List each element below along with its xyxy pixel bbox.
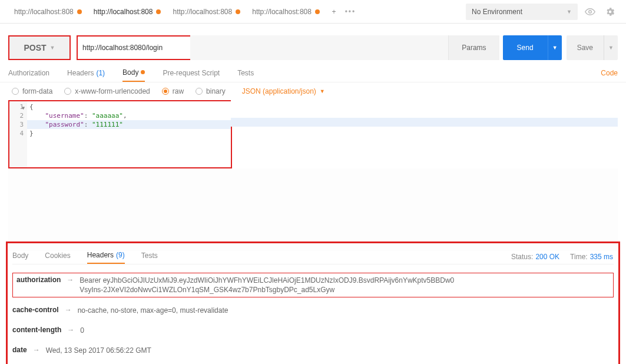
content-type-select[interactable]: JSON (application/json)▼ <box>242 87 325 95</box>
tab-label: Body <box>122 68 138 77</box>
header-value: 0 <box>80 326 84 335</box>
radio-icon <box>196 88 203 95</box>
modified-dot-icon <box>77 9 82 14</box>
add-tab-button[interactable]: + <box>326 4 342 20</box>
tab-label: Headers <box>87 251 114 259</box>
code-content[interactable]: { "username": "aaaaaa", "password": "111… <box>27 101 231 167</box>
response-header-row: date→Wed, 13 Sep 2017 06:56:22 GMT <box>12 346 614 355</box>
radio-raw[interactable]: raw <box>162 87 184 95</box>
tab-label: http://localhost:808 <box>14 8 74 16</box>
eye-icon[interactable] <box>582 4 598 19</box>
header-value: no-cache, no-store, max-age=0, must-reva… <box>78 306 228 315</box>
request-body-editor[interactable]: 1▼ 2 3 4 { "username": "aaaaaa", "passwo… <box>8 100 232 168</box>
time-value: 335 ms <box>590 253 613 261</box>
arrow-icon: → <box>67 276 74 284</box>
content-type-label: JSON (application/json) <box>242 87 316 95</box>
arrow-icon: → <box>67 326 74 334</box>
radio-label: raw <box>173 87 184 95</box>
modified-dot-icon <box>236 9 240 14</box>
send-dropdown-button[interactable]: ▼ <box>548 35 562 60</box>
tab-resp-cookies[interactable]: Cookies <box>45 247 70 264</box>
modified-dot-icon <box>156 9 161 14</box>
chevron-down-icon: ▼ <box>567 9 572 15</box>
http-method-label: POST <box>24 43 46 52</box>
tab-label: http://localhost:808 <box>94 8 153 16</box>
header-name: content-length <box>12 326 61 334</box>
chevron-down-icon: ▼ <box>320 88 325 94</box>
tab-item[interactable]: http://localhost:808 <box>88 4 167 20</box>
radio-label: x-www-form-urlencoded <box>75 87 150 95</box>
modified-dot-icon <box>315 9 320 14</box>
tab-item[interactable]: http://localhost:808 <box>167 4 246 20</box>
save-button[interactable]: Save <box>567 35 604 60</box>
url-value: http://localhost:8080/login <box>82 44 163 52</box>
arrow-icon: → <box>33 346 40 354</box>
tab-prerequest[interactable]: Pre-request Script <box>163 64 220 82</box>
radio-urlencoded[interactable]: x-www-form-urlencoded <box>64 87 150 95</box>
line-gutter: 1▼ 2 3 4 <box>9 101 27 167</box>
url-bar-extension[interactable] <box>190 35 448 60</box>
http-method-select[interactable]: POST ▼ <box>8 35 71 60</box>
environment-label: No Environment <box>472 8 522 16</box>
radio-label: binary <box>206 87 226 95</box>
status-label: Status: <box>511 253 533 261</box>
tab-resp-body[interactable]: Body <box>12 247 28 264</box>
environment-select[interactable]: No Environment ▼ <box>466 4 578 20</box>
tab-label: http://localhost:808 <box>252 8 312 16</box>
svg-point-0 <box>589 10 592 13</box>
tab-item[interactable]: http://localhost:808 <box>246 4 326 20</box>
radio-icon <box>64 88 71 95</box>
editor-extension <box>231 100 618 168</box>
tab-tests[interactable]: Tests <box>237 64 254 82</box>
gear-icon[interactable] <box>602 4 618 19</box>
response-meta: Status:200 OK Time:335 ms <box>511 253 613 261</box>
chevron-down-icon: ▼ <box>608 45 614 51</box>
tab-authorization[interactable]: Authorization <box>8 64 49 82</box>
header-name: authorization <box>16 276 61 284</box>
tab-headers[interactable]: Headers(1) <box>67 64 105 82</box>
tab-item[interactable]: http://localhost:808 <box>8 4 88 20</box>
response-headers-list: authorization→Bearer eyJhbGciOiJIUzUxMiJ… <box>12 264 614 364</box>
active-dot-icon <box>141 70 145 74</box>
header-name: date <box>12 346 27 354</box>
tab-label: Headers <box>67 69 94 77</box>
save-dropdown-button[interactable]: ▼ <box>604 35 618 60</box>
header-count: (1) <box>96 69 105 77</box>
radio-icon <box>12 88 19 95</box>
header-count: (9) <box>116 251 125 259</box>
time-label: Time: <box>570 253 588 261</box>
code-link[interactable]: Code <box>601 69 618 77</box>
radio-label: form-data <box>22 87 52 95</box>
radio-binary[interactable]: binary <box>196 87 226 95</box>
tab-label: http://localhost:808 <box>173 8 232 16</box>
tab-overflow-button[interactable]: ••• <box>342 4 359 20</box>
tab-resp-tests[interactable]: Tests <box>141 247 158 264</box>
tab-body[interactable]: Body <box>122 64 145 82</box>
status-value: 200 OK <box>535 253 559 261</box>
arrow-icon: → <box>65 306 72 314</box>
response-header-row: cache-control→no-cache, no-store, max-ag… <box>12 306 614 315</box>
tab-strip: http://localhost:808 http://localhost:80… <box>8 4 466 20</box>
tab-resp-headers[interactable]: Headers(9) <box>87 247 125 264</box>
radio-form-data[interactable]: form-data <box>12 87 52 95</box>
header-value: Wed, 13 Sep 2017 06:56:22 GMT <box>46 346 151 355</box>
send-button[interactable]: Send <box>503 35 548 60</box>
header-value: Bearer eyJhbGciOiJIUzUxMiJ9.eyJzdWIiOiJh… <box>80 276 456 294</box>
chevron-down-icon: ▼ <box>50 45 55 51</box>
params-button[interactable]: Params <box>448 35 499 60</box>
chevron-down-icon: ▼ <box>552 45 558 51</box>
response-header-row: content-length→0 <box>12 326 614 335</box>
response-header-row: authorization→Bearer eyJhbGciOiJIUzUxMiJ… <box>12 273 614 297</box>
url-input[interactable]: http://localhost:8080/login <box>77 35 191 60</box>
radio-icon <box>162 88 169 95</box>
header-name: cache-control <box>12 306 59 314</box>
